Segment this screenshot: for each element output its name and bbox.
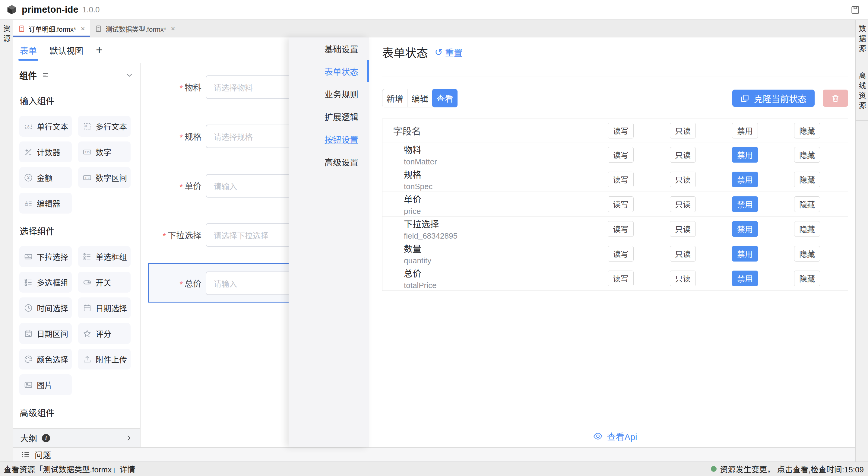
state-hidden-button[interactable]: 隐藏 [794,271,820,286]
status-right[interactable]: 资源发生变更， 点击查看,检查时间:15:09 [711,463,864,475]
price-input[interactable]: 请输入 [206,174,289,198]
state-readonly-button[interactable]: 只读 [670,271,696,286]
reset-button[interactable]: ↺ 重置 [435,46,463,59]
component-time-picker[interactable]: 时间选择 [19,297,72,318]
component-date-range[interactable]: 日期区间 [19,323,72,344]
component-image[interactable]: 图片 [19,374,72,395]
status-left-text[interactable]: 查看资源「测试数据类型.formx」详情 [4,463,135,475]
right-rail: 数据源 离线资源 [855,20,868,462]
field-row-material[interactable]: * 物料 请选择物料 [141,76,289,99]
svg-text:A: A [27,124,30,129]
state-readonly-button[interactable]: 只读 [670,246,696,262]
field-row-price[interactable]: * 单价 请输入 [141,174,289,198]
component-radio-group[interactable]: 单选框组 [78,246,131,267]
spec-select-input[interactable]: 请选择规格 [206,125,289,148]
menu-item-button-settings[interactable]: 按钮设置 [289,128,369,151]
close-icon[interactable]: × [81,24,85,33]
menu-item-extension-logic[interactable]: 扩展逻辑 [289,105,369,128]
material-select-input[interactable]: 请选择物料 [206,76,289,99]
chevron-right-icon[interactable] [125,434,133,442]
state-hidden-button[interactable]: 隐藏 [794,221,820,237]
component-multi-line-text[interactable]: A 多行文本 [78,116,131,137]
mode-tab-add[interactable]: 新增 [382,89,407,108]
menu-item-advanced-settings[interactable]: 高级设置 [289,151,369,173]
component-switch[interactable]: 开关 [78,272,131,293]
component-select[interactable]: 下拉选择 [19,246,72,267]
state-disabled-button[interactable]: 禁用 [732,246,758,262]
select-icon [24,252,33,261]
clone-current-state-button[interactable]: 克隆当前状态 [732,90,815,107]
component-editor[interactable]: A 编辑器 [19,193,72,214]
state-readwrite-button[interactable]: 读写 [608,172,634,187]
status-green-dot-icon [711,466,717,472]
problems-bar[interactable]: 问题 [13,447,855,462]
menu-item-form-state[interactable]: 表单状态 [289,60,369,83]
delete-state-button[interactable] [823,90,848,107]
sidebar-item-datasource[interactable]: 数据源 [856,20,868,67]
header-state-readwrite-button[interactable]: 读写 [608,123,634,139]
component-number[interactable]: 123 数字 [78,142,131,162]
component-rating[interactable]: 评分 [78,323,131,344]
component-amount[interactable]: ¥ 金额 [19,167,72,188]
sidebar-item-offline-resources[interactable]: 离线资源 [856,67,868,121]
time-picker-icon [24,303,33,313]
state-disabled-button[interactable]: 禁用 [732,172,758,187]
state-disabled-button[interactable]: 禁用 [732,197,758,212]
component-date-picker[interactable]: 日期选择 [78,297,131,318]
state-readonly-button[interactable]: 只读 [670,221,696,237]
app-version: 1.0.0 [82,5,100,14]
state-readonly-button[interactable]: 只读 [670,197,696,212]
state-readwrite-button[interactable]: 读写 [608,197,634,212]
component-checkbox-group[interactable]: 多选框组 [19,272,72,293]
document-tabbar: 订单明细.formx* × 测试数据类型.formx* × [13,20,855,37]
header-state-hidden-button[interactable]: 隐藏 [794,123,820,139]
state-readwrite-button[interactable]: 读写 [608,271,634,286]
view-tab-default-view[interactable]: 默认视图 [50,37,83,63]
state-readwrite-button[interactable]: 读写 [608,221,634,237]
field-row-total-price[interactable]: * 总价 请输入 [141,271,289,295]
close-icon[interactable]: × [171,24,175,33]
state-hidden-button[interactable]: 隐藏 [794,197,820,212]
view-api-link[interactable]: 查看Api [593,430,637,443]
add-view-button[interactable]: + [96,44,102,56]
state-disabled-button[interactable]: 禁用 [732,221,758,237]
component-counter[interactable]: 计数器 [19,142,72,162]
outline-bar[interactable]: 大纲 i [13,428,141,447]
state-hidden-button[interactable]: 隐藏 [794,147,820,162]
header-state-disabled-button[interactable]: 禁用 [732,123,758,139]
doc-tab-order-detail[interactable]: 订单明细.formx* × [13,20,90,37]
doc-tab-test-datatypes[interactable]: 测试数据类型.formx* × [90,20,180,37]
component-color-picker[interactable]: 颜色选择 [19,349,72,369]
field-row-dropdown[interactable]: * 下拉选择 请选择下拉选择 [141,223,289,247]
dropdown-select-input[interactable]: 请选择下拉选择 [206,223,289,247]
ide-window: primeton-ide 1.0.0 资源 数据源 离线资源 [0,0,868,476]
sidebar-item-resources[interactable]: 资源 [0,20,13,80]
save-icon[interactable] [849,4,861,16]
total-price-input[interactable]: 请输入 [206,271,289,295]
menu-item-business-rules[interactable]: 业务规则 [289,83,369,105]
field-row-spec[interactable]: * 规格 请选择规格 [141,125,289,148]
mode-tab-view[interactable]: 查看 [432,89,458,108]
state-readwrite-button[interactable]: 读写 [608,246,634,262]
header-state-readonly-button[interactable]: 只读 [670,123,696,139]
state-hidden-button[interactable]: 隐藏 [794,172,820,187]
chevron-down-icon[interactable] [125,70,134,80]
state-readonly-button[interactable]: 只读 [670,147,696,162]
date-picker-icon [83,303,92,313]
menu-item-basic-settings[interactable]: 基础设置 [289,37,369,60]
state-readonly-button[interactable]: 只读 [670,172,696,187]
view-tab-form[interactable]: 表单 [20,37,37,63]
state-hidden-button[interactable]: 隐藏 [794,246,820,262]
form-canvas[interactable]: * 物料 请选择物料 * 规格 请选择规格 * 单价 请输入 [141,63,289,447]
component-single-line-text[interactable]: A 单行文本 [19,116,72,137]
field-name: 规格 [404,168,433,180]
view-toolbar: 表单 默认视图 + [13,37,289,63]
state-readwrite-button[interactable]: 读写 [608,147,634,162]
component-number-range[interactable]: 1~3 数字区间 [78,167,131,188]
list-layout-icon[interactable] [42,71,50,79]
state-disabled-button[interactable]: 禁用 [732,147,758,162]
mode-tab-edit[interactable]: 编辑 [407,89,433,108]
section-title-input: 输入组件 [20,94,134,107]
state-disabled-button[interactable]: 禁用 [732,271,758,286]
component-upload[interactable]: 附件上传 [78,349,131,369]
